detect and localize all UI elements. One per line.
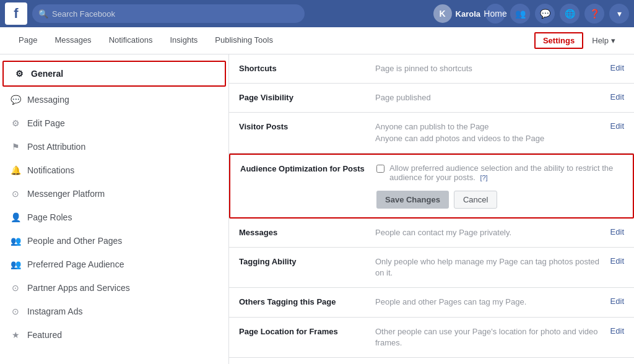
cancel-button[interactable]: Cancel <box>454 191 497 209</box>
page-nav-insights[interactable]: Insights <box>161 27 206 54</box>
audience-checkbox[interactable] <box>376 165 384 173</box>
instagram-icon: ⊙ <box>10 306 21 317</box>
messages-value: People can contact my Page privately. <box>375 227 601 238</box>
messages-label: Messages <box>239 227 375 237</box>
page-location-value: Other people can use your Page's locatio… <box>375 326 601 349</box>
user-info: K Karola <box>433 4 480 23</box>
others-tagging-row: Others Tagging this Page People and othe… <box>229 288 634 317</box>
page-nav-notifications[interactable]: Notifications <box>100 27 162 54</box>
help-icon[interactable]: ❓ <box>584 4 604 24</box>
sidebar-item-featured[interactable]: ★ Featured <box>0 323 228 347</box>
country-restrictions-row: Country Restrictions Page is visible to … <box>229 358 634 364</box>
sidebar-item-general[interactable]: ⚙ General <box>2 61 226 87</box>
messenger-platform-icon: ⊙ <box>10 188 21 199</box>
audience-checkbox-area: Allow preferred audience selection and t… <box>376 163 623 182</box>
save-changes-button[interactable]: Save Changes <box>376 191 449 209</box>
star-icon: ★ <box>10 329 21 340</box>
tagging-ability-value: Only people who help manage my Page can … <box>375 256 601 279</box>
roles-icon: 👤 <box>10 212 21 223</box>
page-location-edit[interactable]: Edit <box>610 326 624 336</box>
facebook-logo: f <box>5 2 27 25</box>
page-nav-publishing-tools[interactable]: Publishing Tools <box>206 27 282 54</box>
page-location-row: Page Location for Frames Other people ca… <box>229 318 634 358</box>
edit-icon: ⚙ <box>10 118 21 129</box>
messages-row: Messages People can contact my Page priv… <box>229 219 634 248</box>
attribution-icon: ⚑ <box>10 141 21 152</box>
page-visibility-label: Page Visibility <box>239 92 375 102</box>
page-visibility-edit[interactable]: Edit <box>610 92 624 102</box>
search-bar[interactable]: 🔍 <box>32 4 305 23</box>
tagging-ability-label: Tagging Ability <box>239 256 375 266</box>
audience-checkbox-label: Allow preferred audience selection and t… <box>389 163 623 182</box>
messenger-icon[interactable]: 💬 <box>535 4 555 24</box>
sidebar-item-edit-page[interactable]: ⚙ Edit Page <box>0 111 228 135</box>
page-visibility-row: Page Visibility Page published Edit <box>229 84 634 113</box>
sidebar-item-post-attribution[interactable]: ⚑ Post Attribution <box>0 135 228 158</box>
settings-table: Shortcuts Page is pinned to shortcuts Ed… <box>229 54 634 364</box>
sidebar-item-messaging[interactable]: 💬 Messaging <box>0 88 228 111</box>
search-icon: 🔍 <box>38 9 48 19</box>
shortcuts-label: Shortcuts <box>239 63 375 73</box>
partner-icon: ⊙ <box>10 282 21 293</box>
settings-content: Shortcuts Page is pinned to shortcuts Ed… <box>229 54 634 364</box>
nav-right: K Karola Home 👥 💬 🌐 ❓ ▾ <box>433 4 629 24</box>
page-navigation: Page Messages Notifications Insights Pub… <box>0 27 634 54</box>
page-nav-page[interactable]: Page <box>10 27 46 54</box>
shortcuts-edit[interactable]: Edit <box>610 63 624 72</box>
help-chevron-icon: ▾ <box>611 36 615 45</box>
shortcuts-value: Page is pinned to shortcuts <box>375 63 601 74</box>
visitor-posts-row: Visitor Posts Anyone can publish to the … <box>229 113 634 153</box>
notifications-icon: 🔔 <box>10 165 21 176</box>
friends-icon[interactable]: 👥 <box>510 4 530 24</box>
visitor-posts-edit[interactable]: Edit <box>610 121 624 131</box>
others-tagging-edit[interactable]: Edit <box>610 297 624 306</box>
sidebar-item-messenger-platform[interactable]: ⊙ Messenger Platform <box>0 182 228 206</box>
sidebar-item-partner-apps[interactable]: ⊙ Partner Apps and Services <box>0 276 228 300</box>
tagging-ability-edit[interactable]: Edit <box>610 256 624 266</box>
others-tagging-label: Others Tagging this Page <box>239 297 375 306</box>
sidebar-item-notifications[interactable]: 🔔 Notifications <box>0 158 228 182</box>
sidebar-item-preferred-audience[interactable]: 👥 Preferred Page Audience <box>0 253 228 276</box>
sidebar-item-instagram[interactable]: ⊙ Instagram Ads <box>0 300 228 323</box>
page-visibility-value: Page published <box>375 92 601 103</box>
audience-icon: 👥 <box>10 259 21 270</box>
avatar: K <box>433 4 452 23</box>
settings-button[interactable]: Settings <box>534 32 583 49</box>
messages-edit[interactable]: Edit <box>610 227 624 236</box>
search-input[interactable] <box>52 9 298 19</box>
globe-icon[interactable]: 🌐 <box>560 4 580 24</box>
tagging-ability-row: Tagging Ability Only people who help man… <box>229 248 634 288</box>
page-nav-messages[interactable]: Messages <box>46 27 100 54</box>
others-tagging-value: People and other Pages can tag my Page. <box>375 297 601 308</box>
dropdown-icon[interactable]: ▾ <box>609 4 629 24</box>
user-name: Karola <box>456 9 480 19</box>
messaging-icon: 💬 <box>10 94 21 105</box>
sidebar-item-page-roles[interactable]: 👤 Page Roles <box>0 206 228 229</box>
home-button[interactable]: Home <box>485 4 505 24</box>
audience-optimization-row: Audience Optimization for Posts Allow pr… <box>229 154 634 219</box>
visitor-posts-value: Anyone can publish to the Page Anyone ca… <box>375 121 601 144</box>
visitor-posts-label: Visitor Posts <box>239 121 375 131</box>
home-label: Home <box>484 9 506 19</box>
audience-help-link[interactable]: [?] <box>480 174 487 181</box>
people-icon: 👥 <box>10 235 21 246</box>
main-layout: ⚙ General 💬 Messaging ⚙ Edit Page ⚑ Post… <box>0 54 634 364</box>
audience-actions: Save Changes Cancel <box>240 191 497 209</box>
gear-icon: ⚙ <box>14 68 25 79</box>
help-dropdown[interactable]: Help ▾ <box>583 36 624 45</box>
shortcuts-row: Shortcuts Page is pinned to shortcuts Ed… <box>229 54 634 84</box>
sidebar: ⚙ General 💬 Messaging ⚙ Edit Page ⚑ Post… <box>0 54 229 364</box>
audience-label: Audience Optimization for Posts <box>240 163 376 173</box>
audience-row-top: Audience Optimization for Posts Allow pr… <box>240 163 623 182</box>
page-location-label: Page Location for Frames <box>239 326 375 336</box>
top-navigation: f 🔍 K Karola Home 👥 💬 🌐 ❓ ▾ <box>0 0 634 27</box>
sidebar-item-people-pages[interactable]: 👥 People and Other Pages <box>0 229 228 253</box>
